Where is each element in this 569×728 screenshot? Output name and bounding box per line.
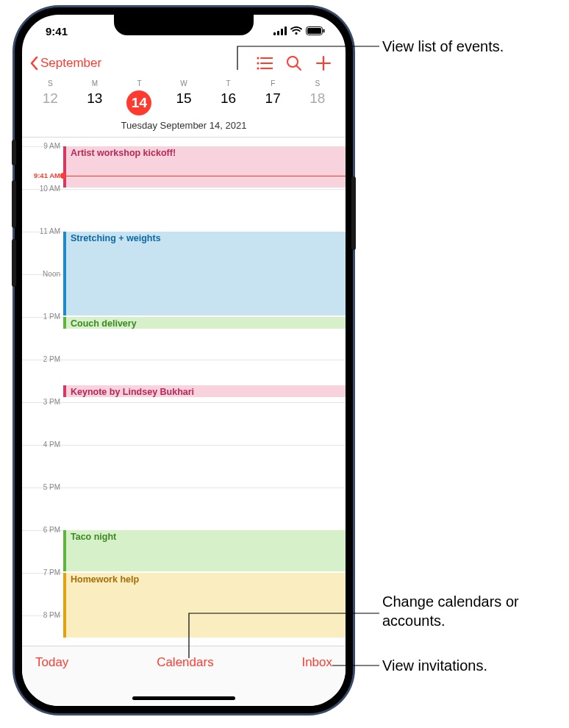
callout-calendars: Change calendars or accounts. (382, 592, 569, 630)
back-label: September (40, 56, 101, 71)
svg-rect-1 (277, 31, 279, 35)
weekday-letter: S (295, 79, 340, 88)
callout-list-view: View list of events. (382, 37, 504, 56)
add-event-button[interactable] (309, 49, 338, 78)
weekday-letter: F (251, 79, 296, 88)
svg-rect-2 (281, 29, 283, 35)
week-day[interactable]: 15 (162, 90, 207, 115)
current-date-label: Tuesday September 14, 2021 (22, 120, 346, 138)
callout-inbox: View invitations. (382, 656, 487, 675)
wifi-icon (290, 26, 302, 35)
weekday-letter: T (206, 79, 251, 88)
hour-label: 10 AM (25, 185, 60, 193)
hour-line: 3 PM (22, 402, 346, 403)
home-indicator[interactable] (132, 696, 235, 700)
side-button-vol-up (12, 180, 16, 228)
week-day[interactable]: 14 (117, 90, 162, 115)
hour-label: 1 PM (25, 313, 60, 321)
side-button-silence (12, 140, 16, 165)
calendar-event[interactable]: Stretching + weights (63, 232, 346, 315)
calendar-event[interactable]: Artist workshop kickoff! (63, 146, 346, 188)
bottom-toolbar: Today Calendars Inbox (22, 646, 346, 706)
weekday-letter: S (28, 79, 73, 88)
status-time: 9:41 (46, 25, 68, 38)
phone-frame: 9:41 (15, 7, 353, 713)
search-icon (286, 55, 302, 71)
hour-line: 5 PM (22, 488, 346, 488)
hour-label: 6 PM (25, 526, 60, 534)
week-day[interactable]: 18 (295, 90, 340, 115)
week-day[interactable]: 13 (73, 90, 118, 115)
now-indicator (63, 176, 346, 176)
svg-point-7 (257, 57, 259, 59)
calendar-event[interactable]: Homework help (63, 573, 346, 638)
week-day[interactable]: 12 (28, 90, 73, 115)
search-button[interactable] (279, 49, 309, 78)
inbox-button[interactable]: Inbox (301, 655, 332, 706)
calendar-event[interactable]: Couch delivery (63, 317, 346, 329)
hour-label: 7 PM (25, 568, 60, 577)
battery-icon (306, 26, 325, 35)
weekday-letter: M (73, 79, 118, 88)
hour-line: 4 PM (22, 445, 346, 446)
back-button[interactable]: September (29, 56, 101, 71)
hour-label: 8 PM (25, 611, 60, 619)
hour-label: Noon (25, 270, 60, 278)
status-indicators (273, 26, 325, 35)
svg-line-14 (297, 66, 301, 71)
calendar-event[interactable]: Keynote by Lindsey Bukhari (63, 385, 346, 397)
svg-rect-0 (273, 32, 276, 35)
nav-bar: September (22, 47, 346, 79)
weekday-letter: T (117, 79, 162, 88)
hour-line: 2 PM (22, 360, 346, 360)
today-button[interactable]: Today (35, 655, 68, 706)
hour-line: 10 AM (22, 189, 346, 190)
chevron-left-icon (29, 56, 38, 71)
calendar-event[interactable]: Taco night (63, 530, 346, 571)
now-label: 9:41 AM (24, 171, 60, 179)
svg-rect-5 (307, 28, 321, 34)
svg-point-9 (257, 62, 259, 64)
week-day[interactable]: 16 (206, 90, 251, 115)
day-timeline[interactable]: 9 AM10 AM11 AMNoon1 PM2 PM3 PM4 PM5 PM6 … (22, 138, 346, 638)
week-day-row: 12131415161718 (22, 88, 346, 120)
hour-label: 2 PM (25, 355, 60, 363)
hour-label: 9 AM (25, 142, 60, 150)
side-button-power (351, 176, 356, 250)
hour-label: 11 AM (25, 227, 60, 235)
weekday-header-row: SMTWTFS (22, 79, 346, 88)
list-view-button[interactable] (250, 49, 279, 78)
list-icon (257, 57, 273, 70)
week-day[interactable]: 17 (251, 90, 296, 115)
svg-point-11 (257, 67, 259, 69)
side-button-vol-down (12, 239, 16, 287)
screen: 9:41 (22, 15, 346, 706)
hour-label: 3 PM (25, 398, 60, 406)
cellular-icon (273, 26, 287, 35)
svg-rect-6 (323, 29, 325, 33)
svg-rect-3 (284, 26, 287, 35)
weekday-letter: W (162, 79, 207, 88)
hour-label: 5 PM (25, 483, 60, 491)
notch (114, 15, 254, 35)
plus-icon (315, 55, 332, 71)
hour-label: 4 PM (25, 440, 60, 449)
